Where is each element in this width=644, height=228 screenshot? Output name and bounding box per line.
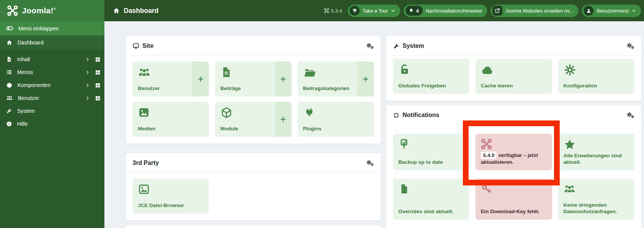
file-icon	[398, 183, 410, 195]
notification-tiles: Backup up to date 5.4.0verfügbar – jetzt…	[386, 125, 641, 226]
users-icon	[138, 66, 151, 79]
tile-label: 5.4.0verfügbar – jetzt aktualisieren.	[481, 152, 546, 166]
add-article-button[interactable]: +	[275, 62, 292, 97]
unlock-icon	[398, 63, 411, 76]
third-party-card: 3rd Party JCE Datei-Browser	[126, 153, 381, 220]
sidebar-item-label: System	[17, 108, 101, 114]
gear-icon	[564, 63, 576, 76]
sidebar-item-hilfe[interactable]: Hilfe	[0, 117, 104, 130]
sidebar-item-label: Menüs	[17, 69, 80, 75]
puzzle-icon	[6, 82, 13, 89]
add-category-button[interactable]: +	[357, 62, 374, 97]
sidebar-item-komponenten[interactable]: Komponenten	[0, 79, 104, 92]
sidebar-item-inhalt[interactable]: Inhalt	[0, 53, 104, 66]
module-settings-icon[interactable]	[366, 43, 374, 49]
grid-icon[interactable]	[95, 95, 101, 101]
tile-medien[interactable]: Medien	[133, 102, 209, 137]
chevron-down-icon	[632, 9, 636, 13]
add-user-button[interactable]: +	[192, 62, 209, 97]
topbar: Joomla!® Dashboard 5.3.4 Take a Tour 4 N…	[0, 0, 644, 21]
bell-icon	[409, 8, 414, 13]
third-party-card-header: 3rd Party	[126, 153, 381, 173]
post-installation-messages-button[interactable]: 4 Nachinstallationshinweise	[404, 5, 487, 17]
joomla-websites-link-button[interactable]: Joomla Websites erstellen mi...	[491, 5, 579, 17]
sidebar-item-label: Menü einklappen	[18, 25, 101, 32]
tile-globales-freigeben[interactable]: Globales Freigeben	[393, 59, 469, 94]
tile-joomla-update-available[interactable]: 5.4.0verfügbar – jetzt aktualisieren.	[475, 134, 552, 170]
take-a-tour-button[interactable]: Take a Tour	[348, 5, 400, 17]
joomla-brand[interactable]: Joomla!®	[0, 0, 104, 21]
tile-benutzer[interactable]: Benutzer +	[133, 62, 209, 97]
wrench-icon	[6, 108, 12, 114]
chevron-right-icon[interactable]	[85, 83, 90, 88]
module-settings-icon[interactable]	[627, 112, 635, 119]
sidebar-item-label: Hilfe	[17, 121, 101, 127]
home-icon	[113, 7, 120, 14]
tile-label: JCE Datei-Browser	[138, 202, 204, 209]
page-title: Dashboard	[124, 7, 158, 15]
tile-plugins[interactable]: Plugins	[298, 102, 374, 137]
joomla-icon	[481, 138, 492, 150]
tile-label: Overrides sind aktuell.	[398, 208, 464, 215]
third-party-tiles: JCE Datei-Browser	[126, 173, 381, 220]
tile-cache-leeren[interactable]: Cache leeren	[475, 59, 552, 94]
grid-icon[interactable]	[95, 70, 101, 75]
grid-icon[interactable]	[95, 82, 101, 88]
sidebar-item-system[interactable]: System	[0, 104, 104, 117]
card-title: System	[402, 42, 424, 50]
sidebar-item-menus[interactable]: Menüs	[0, 66, 104, 79]
sidebar-item-dashboard[interactable]: Dashboard	[0, 35, 104, 50]
monitor-icon	[133, 43, 139, 49]
joomla-version: 5.3.4	[324, 8, 342, 14]
toggle-icon	[6, 25, 13, 32]
user-menu-button[interactable]: Benutzermenü	[582, 5, 641, 17]
grid-icon[interactable]	[95, 57, 101, 62]
chevron-right-icon[interactable]	[85, 96, 90, 101]
site-tiles: Benutzer + Beiträge + Beitragskategorien…	[126, 55, 381, 144]
module-settings-icon[interactable]	[627, 43, 635, 49]
tile-label: Backup up to date	[398, 159, 464, 166]
image-icon	[138, 183, 150, 195]
add-module-button[interactable]: +	[275, 102, 292, 137]
users-icon	[564, 183, 576, 195]
card-title: 3rd Party	[133, 159, 159, 167]
tile-extensions-status[interactable]: Alle Erweiterungen sind aktuell.	[558, 134, 635, 170]
star-icon	[564, 138, 576, 151]
system-card: System Globales Freigeben Cache leeren K…	[386, 36, 641, 101]
main-content: Site Benutzer + Beiträge + Be	[104, 21, 644, 228]
brand-name: Joomla!®	[22, 6, 56, 15]
tile-beitragskategorien[interactable]: Beitragskategorien +	[298, 62, 374, 97]
site-card: Site Benutzer + Beiträge + Be	[126, 36, 381, 144]
signpost-icon	[350, 6, 360, 16]
sidebar-item-benutzer[interactable]: Benutzer	[0, 92, 104, 104]
cube-icon	[220, 106, 233, 119]
chevron-right-icon[interactable]	[85, 57, 90, 62]
tile-download-key-missing[interactable]: Ein Download-Key fehlt.	[475, 179, 552, 220]
sidebar-item-label: Benutzer	[18, 95, 80, 101]
backup-icon	[398, 138, 410, 150]
tile-overrides-status[interactable]: Overrides sind aktuell.	[393, 179, 469, 220]
site-card-header: Site	[126, 36, 381, 55]
tile-konfiguration[interactable]: Konfiguration	[558, 59, 635, 94]
module-settings-icon[interactable]	[366, 160, 374, 166]
tile-module[interactable]: Module +	[215, 102, 291, 137]
image-icon	[138, 106, 150, 119]
joomla-logo-icon	[7, 5, 18, 16]
document-icon	[6, 56, 12, 62]
card-title: Notifications	[402, 111, 439, 119]
chevron-right-icon[interactable]	[85, 70, 90, 75]
tile-privacy-requests[interactable]: Keine dringenden Datenschutzanfragen.	[558, 179, 635, 220]
article-icon	[220, 66, 232, 78]
sidebar-item-menu-collapse[interactable]: Menü einklappen	[0, 21, 104, 35]
home-icon	[6, 40, 13, 46]
version-badge: 5.4.0	[481, 152, 497, 159]
notifications-card: Notifications Backup up to date 5.4.0ver…	[386, 105, 641, 228]
next-card-partial	[126, 225, 381, 228]
card-title: Site	[142, 42, 153, 50]
tile-beitraege[interactable]: Beiträge +	[215, 62, 291, 97]
tile-backup-status[interactable]: Backup up to date	[393, 134, 469, 170]
user-circle-icon	[584, 6, 593, 16]
cloud-icon	[481, 63, 494, 77]
tile-jce-datei-browser[interactable]: JCE Datei-Browser	[133, 179, 209, 214]
chevron-down-icon	[391, 9, 395, 13]
